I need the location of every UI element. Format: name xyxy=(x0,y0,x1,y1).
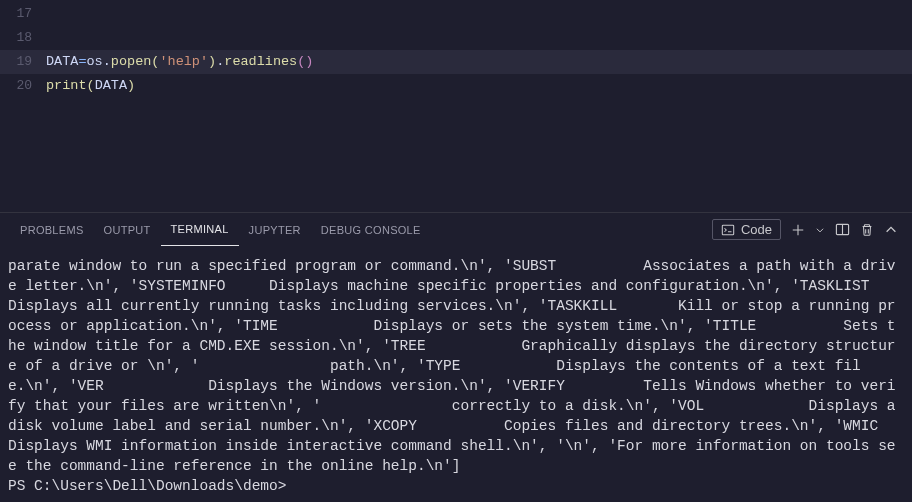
line-number: 19 xyxy=(0,50,46,74)
panel-actions: Code xyxy=(712,219,902,240)
editor-area[interactable]: 17 18 19 DATA=os.popen('help').readlines… xyxy=(0,0,912,98)
svg-rect-0 xyxy=(722,225,733,235)
tab-problems[interactable]: PROBLEMS xyxy=(10,213,94,246)
line-number: 18 xyxy=(0,26,46,50)
chevron-up-icon[interactable] xyxy=(884,223,898,237)
line-number: 20 xyxy=(0,74,46,98)
split-terminal-button[interactable] xyxy=(835,222,850,237)
terminal-output-text: parate window to run a specified program… xyxy=(8,258,912,474)
terminal-profile-icon xyxy=(721,223,735,237)
bottom-panel: PROBLEMS OUTPUT TERMINAL JUPYTER DEBUG C… xyxy=(0,212,912,502)
editor-line[interactable]: 18 xyxy=(0,26,912,50)
tab-terminal[interactable]: TERMINAL xyxy=(161,213,239,246)
code-text: DATA=os.popen('help').readlines() xyxy=(46,50,313,74)
tab-jupyter[interactable]: JUPYTER xyxy=(239,213,311,246)
tab-output[interactable]: OUTPUT xyxy=(94,213,161,246)
new-terminal-button[interactable] xyxy=(791,223,805,237)
launch-profile-label: Code xyxy=(741,222,772,237)
editor-spacer xyxy=(0,98,912,212)
editor-line-active[interactable]: 19 DATA=os.popen('help').readlines() xyxy=(0,50,912,74)
line-number: 17 xyxy=(0,2,46,26)
panel-tabbar: PROBLEMS OUTPUT TERMINAL JUPYTER DEBUG C… xyxy=(0,212,912,246)
terminal-prompt: PS C:\Users\Dell\Downloads\demo> xyxy=(8,478,286,494)
editor-line[interactable]: 17 xyxy=(0,2,912,26)
kill-terminal-button[interactable] xyxy=(860,223,874,237)
launch-profile-button[interactable]: Code xyxy=(712,219,781,240)
chevron-down-icon[interactable] xyxy=(815,225,825,235)
terminal-content[interactable]: parate window to run a specified program… xyxy=(0,246,912,502)
tab-debug-console[interactable]: DEBUG CONSOLE xyxy=(311,213,431,246)
editor-line[interactable]: 20 print(DATA) xyxy=(0,74,912,98)
code-text: print(DATA) xyxy=(46,74,135,98)
